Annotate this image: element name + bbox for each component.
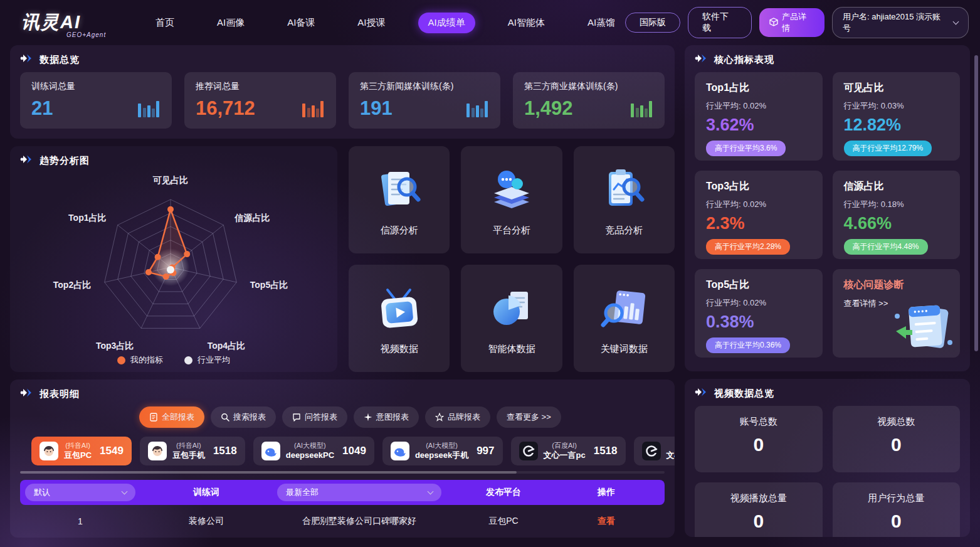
cube-icon bbox=[769, 18, 778, 28]
chip-group-label: (AI大模型) bbox=[294, 442, 326, 450]
trend-chart-panel: 趋势分析图 可见占比信源占比Top5占比Top4占比Top3占比Top2占比To… bbox=[10, 146, 337, 372]
stat-card: 第三方新闻媒体训练(条)191 bbox=[349, 72, 500, 129]
core-metrics-panel: 核心指标表现 Top1占比行业平均: 0.02%3.62%高于行业平均3.6%可… bbox=[685, 45, 970, 371]
reports-header: 报表明细 bbox=[10, 380, 675, 405]
chip-group-label: (AI大模型) bbox=[426, 442, 458, 450]
nav-item-AI智能体[interactable]: AI智能体 bbox=[498, 13, 555, 33]
search-bars-icon bbox=[595, 282, 653, 342]
tile-信源分析[interactable]: 信源分析 bbox=[349, 146, 450, 253]
nav-item-AI蒸馏[interactable]: AI蒸馏 bbox=[577, 13, 625, 33]
metric-value: 12.82% bbox=[844, 115, 949, 135]
video-stat-label: 用户行为总量 bbox=[868, 492, 924, 504]
chip-group-label: (抖音AI) bbox=[176, 442, 201, 450]
trend-header: 趋势分析图 bbox=[10, 146, 337, 172]
chip-count: 1518 bbox=[594, 445, 618, 457]
tile-平台分析[interactable]: 平台分析 bbox=[461, 146, 562, 253]
tab-label: 意图报表 bbox=[376, 412, 409, 423]
left-column: 数据总览 训练词总量21推荐词总量16,712第三方新闻媒体训练(条)191第三… bbox=[10, 45, 675, 538]
legend-item[interactable]: 我的指标 bbox=[117, 354, 163, 366]
sort-select[interactable]: 默认 bbox=[25, 484, 135, 501]
legend-label: 我的指标 bbox=[130, 354, 163, 366]
video-stat-value: 0 bbox=[753, 511, 764, 532]
horizontal-scrollbar-thumb[interactable] bbox=[20, 471, 517, 474]
view-link[interactable]: 查看 bbox=[566, 516, 647, 527]
video-stat-card: 视频总数0 bbox=[833, 406, 961, 472]
top-actions: 国际版 软件下载 产品详情 用户名: ahjiate2015 演示账号 bbox=[625, 7, 969, 38]
table-row: 1装修公司合肥别墅装修公司口碑哪家好豆包PC查看 bbox=[20, 505, 665, 538]
stat-card: 第三方商业媒体训练(条)1,492 bbox=[513, 72, 665, 129]
tab-label: 品牌报表 bbox=[448, 412, 480, 423]
svg-text:信源占比: 信源占比 bbox=[234, 213, 270, 223]
tab-问答报表[interactable]: 问答报表 bbox=[282, 406, 347, 428]
table-header: 默认 训练词 最新全部 发布平台 操作 bbox=[20, 480, 665, 505]
tab-全部报表[interactable]: 全部报表 bbox=[139, 406, 204, 428]
cell-query: 合肥别墅装修公司口碑哪家好 bbox=[277, 516, 441, 527]
filter-select[interactable]: 最新全部 bbox=[277, 484, 441, 501]
tile-关键词数据[interactable]: 关键词数据 bbox=[574, 265, 675, 372]
logo: 讯灵AI GEO+Agent bbox=[21, 10, 115, 35]
metric-value: 4.66% bbox=[844, 214, 949, 233]
avatar-icon bbox=[40, 442, 58, 460]
nav-item-AI备课[interactable]: AI备课 bbox=[277, 13, 325, 33]
tile-label: 竞品分析 bbox=[605, 225, 643, 236]
nav-item-AI画像[interactable]: AI画像 bbox=[207, 13, 255, 33]
tile-视频数据[interactable]: 视频数据 bbox=[349, 265, 450, 372]
video-stat-value: 0 bbox=[891, 434, 902, 455]
platform-chip-文心一言手机[interactable]: (百度AI)文心一言手机1503 bbox=[634, 437, 675, 465]
platform-chip-豆包手机[interactable]: (抖音AI)豆包手机1518 bbox=[140, 437, 245, 465]
section-arrow-icon bbox=[695, 387, 709, 400]
tile-竞品分析[interactable]: 竞品分析 bbox=[574, 146, 675, 253]
trend-title: 趋势分析图 bbox=[40, 155, 90, 167]
tile-label: 信源分析 bbox=[381, 225, 418, 236]
tab-意图报表[interactable]: 意图报表 bbox=[354, 406, 419, 428]
platform-chip-deepseek手机[interactable]: (AI大模型)deepseek手机997 bbox=[382, 437, 503, 465]
video-stat-label: 视频总数 bbox=[877, 416, 915, 428]
chip-name-label: 文心一言pc bbox=[544, 450, 586, 460]
stat-card: 训练词总量21 bbox=[20, 72, 172, 129]
chip-count: 1049 bbox=[342, 445, 366, 457]
avatar-icon bbox=[148, 442, 167, 460]
chip-text: (百度AI)文心一言pc bbox=[544, 442, 586, 460]
chevron-down-icon bbox=[122, 489, 128, 495]
video-stat-label: 视频播放总量 bbox=[730, 492, 787, 504]
nav-item-AI成绩单[interactable]: AI成绩单 bbox=[418, 13, 475, 33]
nav-item-AI授课[interactable]: AI授课 bbox=[347, 13, 395, 33]
chip-text: (抖音AI)豆包手机 bbox=[172, 442, 205, 460]
report-detail-panel: 报表明细 全部报表搜索报表问答报表意图报表品牌报表查看更多 >> (抖音AI)豆… bbox=[10, 380, 675, 538]
metric-badge: 高于行业平均4.48% bbox=[844, 239, 928, 255]
platform-chip-豆包PC[interactable]: (抖音AI)豆包PC1549 bbox=[31, 437, 132, 465]
video-overview-panel: 视频数据总览 账号总数0视频总数0视频播放总量0用户行为总量0 bbox=[685, 379, 970, 537]
legend-item[interactable]: 行业平均 bbox=[184, 354, 230, 366]
chip-count: 997 bbox=[477, 445, 494, 457]
data-overview-header: 数据总览 bbox=[10, 45, 675, 71]
tile-智能体数据[interactable]: 智能体数据 bbox=[461, 265, 562, 372]
stat-card: 推荐词总量16,712 bbox=[184, 72, 336, 129]
main-nav: 首页AI画像AI备课AI授课AI成绩单AI智能体AI蒸馏 bbox=[145, 13, 625, 33]
star-icon bbox=[435, 413, 444, 422]
tab-label: 查看更多 >> bbox=[507, 412, 551, 423]
international-button[interactable]: 国际版 bbox=[625, 13, 680, 33]
tab-查看更多[interactable]: 查看更多 >> bbox=[497, 406, 561, 428]
nav-item-首页[interactable]: 首页 bbox=[145, 13, 184, 33]
tile-label: 关键词数据 bbox=[601, 343, 648, 355]
tab-搜索报表[interactable]: 搜索报表 bbox=[211, 406, 276, 428]
chip-count: 1549 bbox=[100, 445, 124, 457]
whale-icon bbox=[261, 442, 280, 460]
platform-chip-deepseekPC[interactable]: (AI大模型)deepseekPC1049 bbox=[253, 437, 374, 465]
main-content: 数据总览 训练词总量21推荐词总量16,712第三方新闻媒体训练(条)191第三… bbox=[0, 45, 980, 538]
video-title: 视频数据总览 bbox=[714, 388, 774, 400]
vertical-scrollbar[interactable] bbox=[974, 55, 978, 351]
stat-card-row: 训练词总量21推荐词总量16,712第三方新闻媒体训练(条)191第三方商业媒体… bbox=[10, 71, 675, 139]
chip-group-label: (百度AI) bbox=[552, 442, 577, 450]
tab-品牌报表[interactable]: 品牌报表 bbox=[425, 406, 490, 428]
mini-bar-chart-icon bbox=[302, 100, 325, 120]
user-menu[interactable]: 用户名: ahjiate2015 演示账号 bbox=[832, 7, 969, 38]
data-overview-panel: 数据总览 训练词总量21推荐词总量16,712第三方新闻媒体训练(条)191第三… bbox=[10, 45, 675, 139]
download-button[interactable]: 软件下载 bbox=[688, 7, 752, 38]
metric-badge: 高于行业平均2.28% bbox=[706, 239, 790, 255]
tab-label: 搜索报表 bbox=[233, 412, 266, 423]
platform-chip-文心一言pc[interactable]: (百度AI)文心一言pc1518 bbox=[511, 437, 626, 465]
chip-name-label: 豆包PC bbox=[64, 450, 92, 460]
product-detail-button[interactable]: 产品详情 bbox=[759, 8, 825, 37]
tab-label: 全部报表 bbox=[162, 412, 194, 423]
